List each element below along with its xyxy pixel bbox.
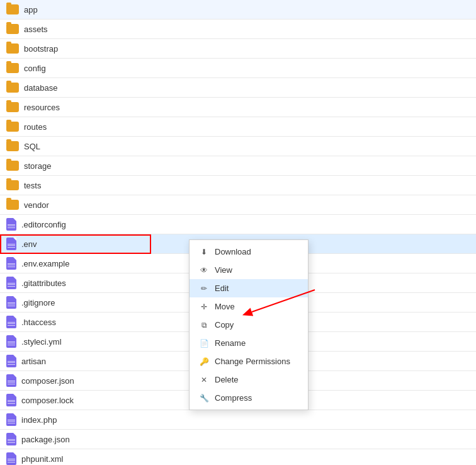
context-menu-item-delete[interactable]: ✕ Delete	[190, 370, 308, 389]
file-name: .gitignore	[21, 298, 55, 307]
file-row[interactable]: routes	[0, 117, 476, 137]
context-menu-item-view[interactable]: 👁 View	[190, 261, 308, 279]
file-name: package.json	[21, 435, 70, 444]
changeperms-icon: 🔑	[198, 357, 210, 366]
file-name: .gitattributes	[21, 278, 66, 288]
file-row[interactable]: vendor	[0, 195, 476, 215]
file-name: .htaccess	[21, 318, 56, 327]
file-row[interactable]: app	[0, 0, 476, 20]
context-menu-label: Delete	[215, 375, 239, 384]
file-icon	[6, 374, 16, 387]
move-icon: ✛	[198, 302, 210, 311]
compress-icon: 🔧	[198, 394, 210, 403]
file-name: routes	[24, 122, 47, 132]
context-menu-label: Move	[215, 302, 235, 311]
file-icon	[6, 335, 16, 348]
download-icon: ⬇	[198, 248, 210, 256]
file-name: artisan	[21, 357, 46, 366]
context-menu-label: Copy	[215, 320, 234, 330]
file-icon	[6, 316, 16, 328]
context-menu-item-move[interactable]: ✛ Move	[190, 297, 308, 316]
file-name: app	[24, 5, 38, 14]
folder-icon	[6, 43, 19, 54]
file-name: phpunit.xml	[21, 454, 63, 464]
file-icon	[6, 277, 16, 289]
context-menu-label: View	[215, 265, 232, 275]
folder-icon	[6, 4, 19, 14]
context-menu-item-changeperms[interactable]: 🔑 Change Permissions	[190, 352, 308, 370]
folder-icon	[6, 83, 19, 93]
file-name: storage	[24, 161, 51, 171]
file-row[interactable]: index.php	[0, 410, 476, 430]
file-name: composer.json	[21, 376, 74, 386]
rename-icon: 📄	[198, 339, 210, 348]
context-menu: ⬇ Download👁 View✏ Edit✛ Move⧉ Copy📄 Rena…	[189, 239, 309, 410]
file-row[interactable]: package.json	[0, 430, 476, 449]
file-icon	[6, 452, 16, 465]
file-name: vendor	[24, 200, 49, 210]
file-row[interactable]: phpunit.xml	[0, 449, 476, 465]
context-menu-label: Change Permissions	[215, 357, 290, 366]
context-menu-label: Compress	[215, 393, 252, 403]
edit-icon: ✏	[198, 284, 210, 293]
file-row[interactable]: tests	[0, 176, 476, 195]
context-menu-label: Rename	[215, 338, 246, 348]
file-row[interactable]: database	[0, 78, 476, 98]
file-row[interactable]: SQL	[0, 137, 476, 156]
folder-icon	[6, 161, 19, 171]
file-row[interactable]: .editorconfig	[0, 215, 476, 234]
folder-icon	[6, 102, 19, 112]
file-row[interactable]: storage	[0, 156, 476, 176]
file-name: bootstrap	[24, 44, 58, 54]
folder-icon	[6, 200, 19, 210]
folder-icon	[6, 180, 19, 190]
file-name: config	[24, 64, 46, 73]
view-icon: 👁	[198, 266, 210, 275]
folder-icon	[6, 63, 19, 73]
file-icon	[6, 238, 16, 250]
file-name: .env	[21, 239, 37, 249]
file-name: assets	[24, 25, 48, 34]
file-icon	[6, 257, 16, 270]
file-name: tests	[24, 181, 41, 190]
file-row[interactable]: bootstrap	[0, 39, 476, 59]
context-menu-item-copy[interactable]: ⧉ Copy	[190, 316, 308, 334]
context-menu-label: Download	[215, 247, 251, 256]
file-name: composer.lock	[21, 396, 74, 405]
file-name: index.php	[21, 415, 57, 425]
file-icon	[6, 296, 16, 309]
file-name: resources	[24, 103, 60, 112]
context-menu-item-rename[interactable]: 📄 Rename	[190, 334, 308, 352]
file-name: database	[24, 83, 58, 93]
context-menu-item-download[interactable]: ⬇ Download	[190, 243, 308, 261]
context-menu-label: Edit	[215, 284, 229, 293]
file-name: .env.example	[21, 259, 69, 268]
folder-icon	[6, 141, 19, 151]
context-menu-item-compress[interactable]: 🔧 Compress	[190, 389, 308, 407]
file-icon	[6, 394, 16, 406]
file-icon	[6, 413, 16, 426]
file-manager: appassetsbootstrapconfigdatabaseresource…	[0, 0, 476, 465]
folder-icon	[6, 122, 19, 132]
file-icon	[6, 355, 16, 367]
file-name: SQL	[24, 142, 40, 151]
file-row[interactable]: config	[0, 59, 476, 78]
file-icon	[6, 433, 16, 445]
copy-icon: ⧉	[198, 321, 210, 330]
context-menu-item-edit[interactable]: ✏ Edit	[190, 279, 308, 297]
delete-icon: ✕	[198, 376, 210, 384]
file-icon	[6, 218, 16, 231]
folder-icon	[6, 24, 19, 34]
file-name: .styleci.yml	[21, 337, 62, 347]
file-name: .editorconfig	[21, 220, 66, 229]
file-row[interactable]: resources	[0, 98, 476, 117]
file-row[interactable]: assets	[0, 20, 476, 39]
